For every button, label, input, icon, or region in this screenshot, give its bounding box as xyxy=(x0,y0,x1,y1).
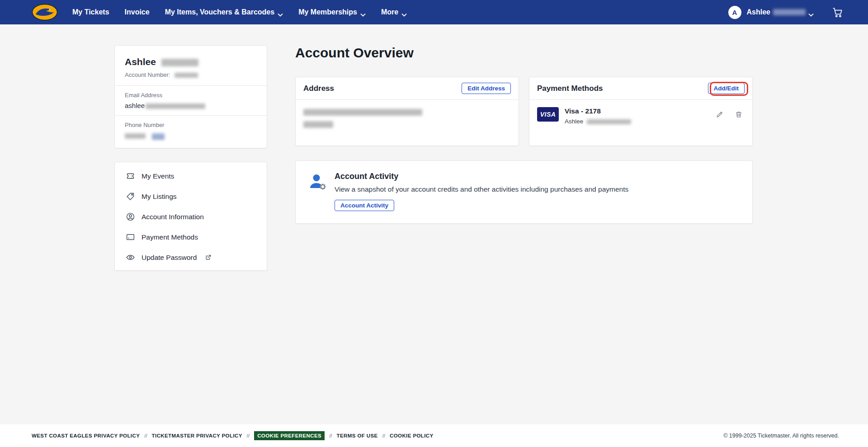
navbar-user-area: A Ashlee xyxy=(728,0,844,24)
sidebar-item-payment-methods[interactable]: Payment Methods xyxy=(115,227,267,247)
profile-identity: Ashlee Account Number: xyxy=(115,46,267,85)
chevron-down-icon xyxy=(401,10,407,14)
saved-card-actions xyxy=(716,110,743,118)
tag-icon xyxy=(126,192,135,201)
payment-card-header: Payment Methods Add/Edit xyxy=(529,77,752,100)
phone-label: Phone Number xyxy=(125,122,257,128)
nav-more[interactable]: More xyxy=(381,8,407,16)
sidebar-item-label: Payment Methods xyxy=(142,233,198,241)
saved-card-holder: Ashlee xyxy=(565,118,716,125)
redacted-last-name xyxy=(161,59,198,66)
redacted-address-country xyxy=(303,121,333,128)
sidebar-item-label: My Listings xyxy=(142,193,177,201)
footer-link-wce-privacy[interactable]: WEST COAST EAGLES PRIVACY POLICY xyxy=(32,433,140,438)
payment-card-title: Payment Methods xyxy=(537,84,603,93)
nav-label: My Items, Vouchers & Barcodes xyxy=(165,8,274,16)
redacted-address-line xyxy=(303,109,422,116)
avatar-initial: A xyxy=(732,9,737,16)
card-holder-visible: Ashlee xyxy=(565,118,583,125)
email-visible-part: ashlee xyxy=(125,102,145,109)
sidebar-item-my-listings[interactable]: My Listings xyxy=(115,186,267,207)
profile-card: Ashlee Account Number: Email Address ash… xyxy=(114,45,267,148)
phone-section: Phone Number xyxy=(115,115,267,145)
footer-link-cookie-preferences[interactable]: COOKIE PREFERENCES xyxy=(254,431,325,440)
sidebar-item-label: Update Password xyxy=(142,254,197,262)
add-edit-payment-button[interactable]: Add/Edit xyxy=(708,83,745,94)
footer-link-cookie-policy[interactable]: COOKIE POLICY xyxy=(390,433,434,438)
west-coast-eagles-logo[interactable] xyxy=(32,4,58,21)
email-label: Email Address xyxy=(125,92,257,99)
email-value: ashlee xyxy=(125,102,257,109)
saved-card-info: Visa - 2178 Ashlee xyxy=(565,107,716,125)
pencil-icon xyxy=(716,110,724,118)
redacted-account-number xyxy=(175,73,198,78)
account-activity-description: View a snapshot of your account credits … xyxy=(335,185,628,193)
nav-label: My Memberships xyxy=(298,8,357,16)
phone-value xyxy=(125,132,257,139)
email-section: Email Address ashlee xyxy=(115,85,267,115)
account-activity-icon xyxy=(307,172,328,193)
copyright-text: © 1999-2025 Ticketmaster. All rights res… xyxy=(723,433,839,439)
ticket-icon xyxy=(126,171,135,181)
address-card-header: Address Edit Address xyxy=(296,77,519,100)
account-activity-button[interactable]: Account Activity xyxy=(335,200,394,211)
account-number-row: Account Number: xyxy=(125,71,257,78)
sidebar-item-update-password[interactable]: Update Password xyxy=(115,247,267,268)
address-card: Address Edit Address xyxy=(295,77,519,146)
sidebar-item-my-events[interactable]: My Events xyxy=(115,166,267,186)
redacted-phone-number xyxy=(125,133,146,139)
nav-label: Invoice xyxy=(125,8,150,16)
payment-card-body: VISA Visa - 2178 Ashlee xyxy=(529,100,752,132)
sidebar-item-account-information[interactable]: Account Information xyxy=(115,207,267,227)
nav-my-memberships[interactable]: My Memberships xyxy=(298,8,366,16)
edit-address-button[interactable]: Edit Address xyxy=(462,83,511,94)
payment-methods-card: Payment Methods Add/Edit VISA Visa - 217… xyxy=(529,77,753,146)
cart-button[interactable] xyxy=(832,6,844,18)
external-link-icon xyxy=(205,254,212,261)
account-activity-title: Account Activity xyxy=(335,172,628,181)
user-first-name: Ashlee xyxy=(747,8,770,16)
account-sidebar-nav: My Events My Listings Account Informatio… xyxy=(114,162,267,271)
footer-separator: // xyxy=(382,433,385,438)
address-card-body xyxy=(296,100,519,136)
primary-nav: My Tickets Invoice My Items, Vouchers & … xyxy=(72,8,407,16)
redacted-last-name xyxy=(773,9,806,15)
nav-invoice[interactable]: Invoice xyxy=(125,8,150,16)
redacted-edit-phone-link[interactable] xyxy=(152,133,165,139)
profile-first-name: Ashlee xyxy=(125,56,156,67)
chevron-down-icon xyxy=(278,10,283,14)
page-title: Account Overview xyxy=(295,45,414,61)
redacted-email xyxy=(146,104,205,109)
cart-icon xyxy=(832,6,844,18)
trash-icon xyxy=(735,110,743,118)
nav-my-tickets[interactable]: My Tickets xyxy=(72,8,109,16)
account-activity-card: Account Activity View a snapshot of your… xyxy=(295,160,753,224)
gear-icon xyxy=(320,184,326,190)
sidebar-item-label: My Events xyxy=(142,172,174,180)
visa-badge-text: VISA xyxy=(540,111,556,118)
profile-name: Ashlee xyxy=(125,56,257,67)
visa-badge: VISA xyxy=(537,107,559,122)
person-icon xyxy=(126,212,135,221)
account-number-label: Account Number: xyxy=(125,71,170,78)
eye-icon xyxy=(126,253,135,262)
sidebar-item-label: Account Information xyxy=(142,213,204,221)
delete-card-button[interactable] xyxy=(735,110,743,118)
footer-separator: // xyxy=(247,433,250,438)
nav-label: My Tickets xyxy=(72,8,109,16)
nav-label: More xyxy=(381,8,398,16)
credit-card-icon xyxy=(126,232,135,242)
edit-card-button[interactable] xyxy=(716,110,724,118)
footer-link-terms-of-use[interactable]: TERMS OF USE xyxy=(337,433,378,438)
footer: WEST COAST EAGLES PRIVACY POLICY // TICK… xyxy=(0,424,868,447)
account-activity-content: Account Activity View a snapshot of your… xyxy=(335,172,628,212)
address-card-title: Address xyxy=(303,84,334,93)
account-manager-page: My Tickets Invoice My Items, Vouchers & … xyxy=(0,0,868,447)
footer-link-tm-privacy[interactable]: TICKETMASTER PRIVACY POLICY xyxy=(152,433,242,438)
user-menu[interactable]: Ashlee xyxy=(747,8,814,16)
top-navbar: My Tickets Invoice My Items, Vouchers & … xyxy=(0,0,868,24)
nav-my-items-vouchers-barcodes[interactable]: My Items, Vouchers & Barcodes xyxy=(165,8,283,16)
saved-card-label: Visa - 2178 xyxy=(565,107,716,115)
user-avatar[interactable]: A xyxy=(728,6,741,19)
footer-links: WEST COAST EAGLES PRIVACY POLICY // TICK… xyxy=(32,431,434,440)
